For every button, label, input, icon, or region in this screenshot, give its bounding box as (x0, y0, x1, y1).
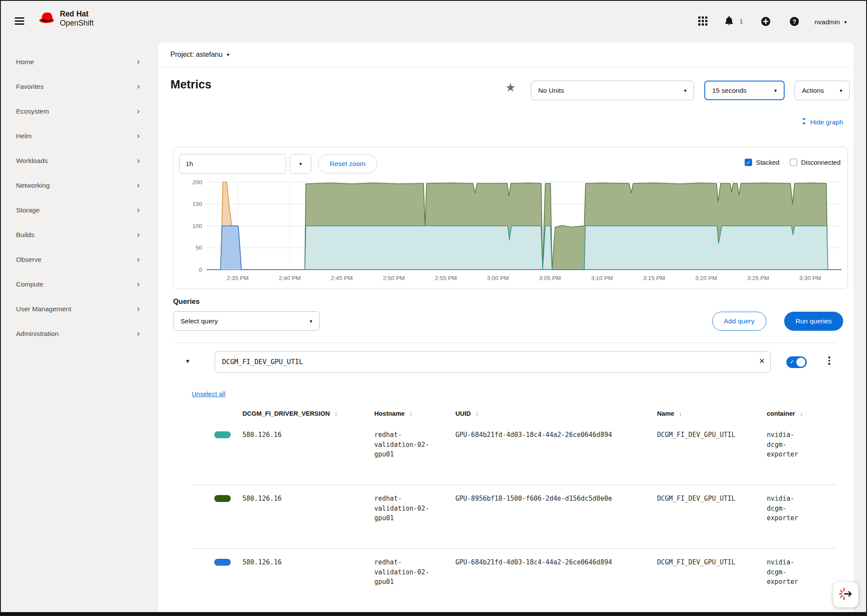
app-launcher-icon[interactable] (698, 16, 707, 27)
column-header-hostname[interactable]: Hostname↕ (374, 410, 455, 417)
sidebar-item-label: Favorites (16, 83, 44, 91)
window-edge (1, 612, 866, 615)
openshift-console: Red Hat OpenShift 1 (0, 0, 867, 616)
stacked-label: Stacked (756, 159, 779, 166)
table-row[interactable]: 580.126.16redhat-validation-02-gpu01GPU-… (192, 485, 836, 549)
sidebar-item-label: Observe (16, 256, 42, 264)
column-header-container[interactable]: container↕ (767, 410, 836, 417)
project-selector[interactable]: Project: astefanu ▾ (158, 42, 854, 67)
chevron-right-icon: › (137, 131, 140, 140)
hide-graph-link[interactable]: Hide graph (801, 118, 843, 126)
sidebar-item-workloads[interactable]: Workloads› (1, 148, 158, 173)
sort-icon[interactable]: ↕ (679, 411, 682, 417)
cell-name: DCGM_FI_DEV_GPU_UTIL (657, 494, 767, 548)
svg-text:2:55 PM: 2:55 PM (435, 275, 457, 281)
table-row[interactable]: 580.126.16redhat-validation-02-gpu01GPU-… (192, 421, 836, 485)
column-header-uuid[interactable]: UUID↕ (455, 410, 657, 417)
series-color-swatch[interactable] (214, 559, 231, 566)
sort-icon[interactable]: ↕ (800, 411, 803, 417)
cell-uuid: GPU-684b21fd-4d03-18c4-44a2-26ce0646d894 (455, 430, 657, 485)
toggle-knob (796, 358, 805, 367)
column-header-label: UUID (455, 410, 471, 417)
sidebar-item-user-management[interactable]: User Management› (1, 297, 158, 321)
svg-text:3:25 PM: 3:25 PM (747, 275, 769, 281)
select-query-dropdown[interactable]: Select query ▾ (173, 311, 320, 331)
chevron-down-icon: ▾ (774, 88, 777, 94)
help-icon[interactable]: ? (789, 16, 799, 28)
notifications-bell-icon[interactable] (724, 16, 734, 28)
page-title: Metrics (170, 78, 212, 91)
query-expand-chevron-icon[interactable]: ▾ (186, 357, 190, 365)
masthead: Red Hat OpenShift 1 (1, 1, 866, 42)
username: nvadmin (815, 18, 840, 26)
sidebar-item-observe[interactable]: Observe› (1, 247, 158, 272)
sidebar-item-ecosystem[interactable]: Ecosystem› (1, 99, 158, 124)
reset-zoom-button[interactable]: Reset zoom (318, 154, 377, 173)
sidebar-item-label: Networking (16, 182, 50, 189)
clear-query-icon[interactable]: × (759, 355, 765, 367)
units-select[interactable]: No Units ▾ (531, 81, 694, 100)
stacked-area-chart[interactable]: 2:35 PM2:40 PM2:45 PM2:50 PM2:55 PM3:00 … (177, 177, 845, 286)
chevron-down-icon: ▾ (310, 318, 312, 324)
quick-create-plus-icon[interactable] (761, 16, 771, 28)
hide-graph-label: Hide graph (810, 118, 843, 126)
svg-text:100: 100 (192, 223, 202, 229)
column-header-name[interactable]: Name↕ (657, 410, 767, 417)
chevron-right-icon: › (137, 304, 140, 313)
sidebar-item-label: Home (16, 58, 34, 66)
sidebar-item-compute[interactable]: Compute› (1, 272, 158, 297)
sidebar-item-label: User Management (16, 305, 72, 313)
actions-label: Actions (802, 87, 824, 95)
sidebar-item-home[interactable]: Home› (1, 49, 158, 74)
series-color-swatch[interactable] (214, 495, 231, 502)
checkbox-icon (790, 159, 797, 166)
run-queries-button[interactable]: Run queries (784, 312, 843, 331)
table-row[interactable]: 580.126.16redhat-validation-02-gpu01GPU-… (192, 549, 836, 613)
user-menu[interactable]: nvadmin ▾ (815, 18, 847, 26)
check-icon: ✓ (790, 359, 795, 365)
chevron-right-icon: › (137, 279, 140, 289)
svg-text:3:10 PM: 3:10 PM (591, 275, 613, 281)
query-enabled-toggle[interactable]: ✓ (786, 356, 807, 368)
chevron-right-icon: › (137, 156, 140, 165)
stacked-checkbox[interactable]: ✓ Stacked (745, 159, 779, 166)
timespan-dropdown-button[interactable]: ▾ (290, 154, 311, 174)
sidebar-item-storage[interactable]: Storage› (1, 198, 158, 222)
sidebar-toggle-icon[interactable] (15, 17, 24, 25)
queries-heading: Queries (173, 297, 200, 306)
actions-menu-button[interactable]: Actions ▾ (795, 81, 850, 100)
cell-driver: 580.126.16 (242, 494, 374, 548)
svg-text:0: 0 (199, 267, 202, 273)
query-expression-input[interactable] (215, 351, 771, 373)
lightspeed-assistant-button[interactable] (833, 582, 858, 607)
column-header-dcgm_fi_driver_version[interactable]: DCGM_FI_DRIVER_VERSION↕ (242, 410, 374, 417)
disconnected-checkbox[interactable]: Disconnected (790, 159, 841, 166)
refresh-interval-select[interactable]: 15 seconds ▾ (704, 81, 785, 100)
project-selector-label: Project: astefanu (170, 51, 222, 59)
cell-uuid: GPU-684b21fd-4d03-18c4-44a2-26ce0646d894 (455, 557, 657, 613)
series-color-swatch[interactable] (214, 431, 231, 438)
sort-icon[interactable]: ↕ (475, 411, 478, 417)
sort-icon[interactable]: ↕ (409, 411, 412, 417)
select-query-value: Select query (180, 317, 218, 325)
add-query-button[interactable]: Add query (712, 312, 766, 331)
cell-uuid: GPU-8956bf18-1500-f606-2d4e-d156dc5d0e0e (455, 494, 657, 548)
sort-icon[interactable]: ↕ (334, 411, 337, 417)
logo-line1: Red Hat (60, 10, 94, 19)
sidebar-item-networking[interactable]: Networking› (1, 173, 158, 198)
sidebar-item-label: Workloads (16, 157, 48, 165)
svg-text:3:15 PM: 3:15 PM (643, 275, 665, 281)
column-header-label: Hostname (374, 410, 405, 417)
chevron-right-icon: › (137, 230, 140, 239)
sidebar-item-favorites[interactable]: Favorites› (1, 74, 158, 99)
unselect-all-link[interactable]: Unselect all (192, 390, 226, 398)
timespan-input[interactable] (179, 154, 286, 174)
sidebar-item-helm[interactable]: Helm› (1, 124, 158, 148)
cell-container: nvidia-dcgm-exporter (767, 494, 811, 548)
sidebar-item-builds[interactable]: Builds› (1, 222, 158, 247)
query-kebab-menu[interactable] (825, 356, 834, 365)
favorite-star-icon[interactable]: ★ (505, 81, 516, 95)
logo-line2: OpenShift (60, 19, 94, 27)
sidebar-item-administration[interactable]: Administration› (1, 321, 158, 346)
svg-text:2:40 PM: 2:40 PM (279, 275, 301, 281)
